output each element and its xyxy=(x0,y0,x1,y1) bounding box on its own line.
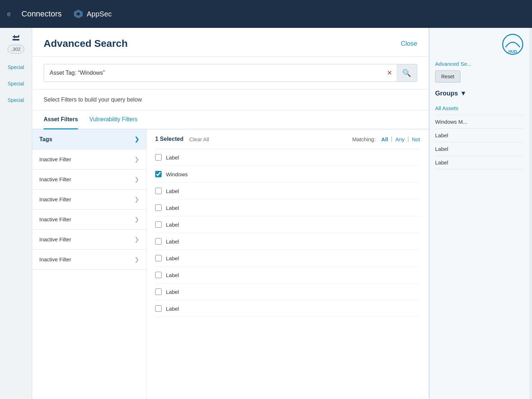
filter-list: Tags ❯ Inactive Filter ❯ Inactive Filter… xyxy=(32,129,147,399)
reset-button[interactable]: Reset xyxy=(435,70,460,83)
filter-item-1[interactable]: Inactive Filter ❯ xyxy=(32,149,146,169)
checkbox-label-5[interactable] xyxy=(155,238,162,245)
filter-item-6-chevron-icon: ❯ xyxy=(134,256,139,263)
filter-item-3-chevron-icon: ❯ xyxy=(134,196,139,203)
filter-options: 1 Selected Clear All Matching: All | Any… xyxy=(147,129,429,399)
option-row-label-3: Label xyxy=(155,200,420,216)
option-row-label-2: Label xyxy=(155,183,420,200)
option-row-windows: Windows xyxy=(155,166,420,183)
option-label-2: Label xyxy=(166,188,179,194)
filter-item-2-label: Inactive Filter xyxy=(39,176,71,182)
checkbox-label-3[interactable] xyxy=(155,205,162,211)
right-sidebar: HUD Advanced Se... Reset Groups ▼ All As… xyxy=(429,28,529,399)
option-row-label-6: Label xyxy=(155,250,420,267)
groups-item-label-3[interactable]: Label xyxy=(435,156,523,169)
hud-logo-icon: HUD xyxy=(502,34,523,55)
filter-item-2[interactable]: Inactive Filter ❯ xyxy=(32,169,146,189)
groups-item-windows-m[interactable]: Windows M... xyxy=(435,115,523,129)
match-sep-2: | xyxy=(408,136,409,142)
filter-item-1-chevron-icon: ❯ xyxy=(134,156,139,163)
checkbox-label-6[interactable] xyxy=(155,255,162,261)
option-row-label-5: Label xyxy=(155,233,420,250)
filter-tags-label: Tags xyxy=(39,136,52,143)
nav-appsec[interactable]: AppSec xyxy=(73,8,112,20)
option-row-label-8: Label xyxy=(155,284,420,300)
option-label-7: Label xyxy=(166,272,179,278)
checkbox-label-1[interactable] xyxy=(155,154,162,161)
clear-all-button[interactable]: Clear All xyxy=(189,136,209,142)
checkbox-windows[interactable] xyxy=(155,171,162,177)
hud-logo: HUD xyxy=(435,34,523,55)
search-clear-button[interactable]: ✕ xyxy=(383,69,396,77)
matching-label: Matching: xyxy=(352,136,375,142)
left-sidebar: It ,302 Special Special Special xyxy=(0,28,32,399)
nav-connectors[interactable]: Connectors xyxy=(21,9,62,19)
option-label-windows: Windows xyxy=(166,171,188,177)
tags-chevron-icon: ❯ xyxy=(134,136,139,143)
main-layout: It ,302 Special Special Special Advanced… xyxy=(0,28,532,399)
sidebar-it-text: It xyxy=(10,35,22,41)
checkbox-label-2[interactable] xyxy=(155,188,162,194)
option-label-1: Label xyxy=(166,154,179,161)
match-sep-1: | xyxy=(391,136,392,142)
filter-item-3-label: Inactive Filter xyxy=(39,196,71,202)
groups-item-label-1[interactable]: Label xyxy=(435,129,523,142)
checkbox-label-7[interactable] xyxy=(155,272,162,278)
tab-vulnerability-filters[interactable]: Vulnerability Filters xyxy=(89,110,138,129)
filter-item-5[interactable]: Inactive Filter ❯ xyxy=(32,230,146,250)
groups-header: Groups ▼ xyxy=(435,90,523,97)
tab-asset-filters[interactable]: Asset Filters xyxy=(44,110,78,129)
options-header: 1 Selected Clear All Matching: All | Any… xyxy=(155,129,420,149)
matching-text: Matching: xyxy=(352,136,375,142)
option-label-5: Label xyxy=(166,238,179,245)
filter-item-6-label: Inactive Filter xyxy=(39,256,71,262)
option-row-label-1: Label xyxy=(155,149,420,166)
filter-item-2-chevron-icon: ❯ xyxy=(134,176,139,183)
filter-tabs: Asset Filters Vulnerability Filters xyxy=(32,110,429,129)
sidebar-special-2[interactable]: Special xyxy=(8,81,24,87)
filter-item-1-label: Inactive Filter xyxy=(39,156,71,162)
option-row-label-4: Label xyxy=(155,216,420,233)
adv-search-link[interactable]: Advanced Se... xyxy=(435,61,523,67)
svg-text:HUD: HUD xyxy=(508,49,517,54)
filter-item-5-chevron-icon: ❯ xyxy=(134,236,139,243)
option-label-4: Label xyxy=(166,222,179,228)
panel-header: Advanced Search Close xyxy=(32,28,429,57)
option-label-3: Label xyxy=(166,205,179,211)
close-button[interactable]: Close xyxy=(401,40,417,48)
option-row-label-7: Label xyxy=(155,267,420,284)
sidebar-special-3[interactable]: Special xyxy=(8,97,24,103)
option-label-6: Label xyxy=(166,255,179,261)
filter-item-tags[interactable]: Tags ❯ xyxy=(32,129,146,149)
filter-instruction: Select Filters to build your query below xyxy=(32,89,429,110)
filter-item-4[interactable]: Inactive Filter ❯ xyxy=(32,210,146,230)
matching-options: All | Any | Not xyxy=(381,136,420,142)
search-bar: ✕ 🔍 xyxy=(44,64,417,82)
panel-title: Advanced Search xyxy=(44,38,128,49)
filter-item-5-label: Inactive Filter xyxy=(39,236,71,242)
filter-item-4-label: Inactive Filter xyxy=(39,216,71,222)
count-badge: ,302 xyxy=(8,45,24,54)
match-not[interactable]: Not xyxy=(412,136,420,142)
checkbox-label-4[interactable] xyxy=(155,221,162,228)
search-bar-area: ✕ 🔍 xyxy=(32,57,429,89)
selected-count: 1 Selected xyxy=(155,136,183,142)
match-any[interactable]: Any xyxy=(395,136,405,142)
checkbox-label-9[interactable] xyxy=(155,305,162,312)
groups-item-label-2[interactable]: Label xyxy=(435,142,523,156)
search-go-button[interactable]: 🔍 xyxy=(396,64,417,82)
match-all[interactable]: All xyxy=(381,136,388,142)
option-label-9: Label xyxy=(166,306,179,312)
search-input[interactable] xyxy=(44,65,383,80)
appsec-label: AppSec xyxy=(87,10,112,18)
filter-item-6[interactable]: Inactive Filter ❯ xyxy=(32,250,146,270)
sidebar-special-1[interactable]: Special xyxy=(8,64,24,70)
option-row-label-9: Label xyxy=(155,300,420,317)
checkbox-label-8[interactable] xyxy=(155,289,162,295)
filter-item-3[interactable]: Inactive Filter ❯ xyxy=(32,189,146,210)
groups-dropdown-icon[interactable]: ▼ xyxy=(460,90,467,97)
appsec-icon xyxy=(73,8,84,20)
groups-label: Groups xyxy=(435,90,458,97)
filter-content: Tags ❯ Inactive Filter ❯ Inactive Filter… xyxy=(32,129,429,399)
groups-item-all-assets[interactable]: All Assets xyxy=(435,102,523,115)
